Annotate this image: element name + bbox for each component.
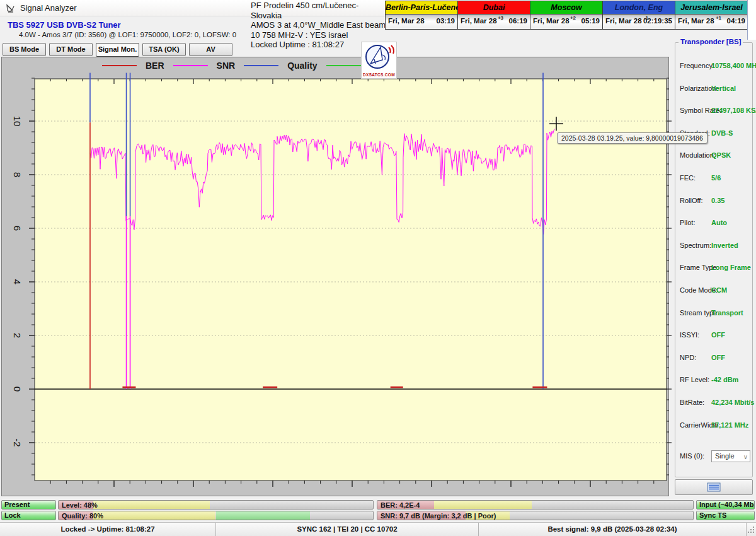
clock-utc-offset: +1 bbox=[716, 15, 721, 21]
tab-signal-mon-[interactable]: Signal Mon. bbox=[96, 43, 139, 57]
clock-time: 04:19 bbox=[727, 17, 745, 25]
legend-label: Quality bbox=[287, 61, 317, 71]
clock-city-label: London, Eng bbox=[603, 1, 675, 15]
statusbar-section: Locked -> Uptime: 81:08:27 bbox=[0, 523, 216, 536]
statusbar-section: SYNC 162 | TEI 20 | CC 10702 bbox=[216, 523, 479, 536]
transponder-label: RollOff: bbox=[680, 197, 702, 204]
transponder-value: CCM bbox=[711, 286, 727, 294]
chevron-down-icon: ∨ bbox=[743, 452, 748, 462]
tab-av-stopped-[interactable]: AV (Stopped) bbox=[189, 43, 232, 56]
clock-jerusalem-israel: Jerusalem-IsraelFri, Mar 28+104:19 bbox=[675, 1, 748, 29]
clock-date: Fri, Mar 28 bbox=[678, 17, 714, 25]
transponder-label: FEC: bbox=[680, 174, 696, 182]
clock-time-row: Fri, Mar 28+205:19 bbox=[530, 15, 602, 29]
clock-date: Fri, Mar 28 bbox=[388, 17, 425, 25]
transponder-value: Auto bbox=[711, 219, 727, 226]
clock-moscow: MoscowFri, Mar 28+205:19 bbox=[530, 1, 603, 29]
mis-dropdown[interactable]: Single∨ bbox=[711, 450, 750, 462]
status-box-right: Sync TS bbox=[696, 511, 755, 520]
clock-time-row: Fri, Mar 28+104:19 bbox=[675, 15, 748, 29]
statusbar-section: Best signal: 9,9 dB (2025-03-28 02:34) bbox=[479, 523, 747, 536]
meter-bar: SNR: 9,7 dB (Margin: 3,2 dB | Poor) bbox=[377, 511, 694, 520]
clock-city-label: Jerusalem-Israel bbox=[675, 1, 748, 15]
clock-city-label: Berlin-Paris-Lučenec bbox=[386, 1, 457, 15]
transponder-value: QPSK bbox=[711, 151, 731, 159]
chart-legend: BERSNRQualityLevel bbox=[102, 61, 392, 71]
clock-city-label: Moscow bbox=[530, 1, 602, 15]
bar-segment bbox=[434, 501, 532, 509]
clock-utc-offset: +2 bbox=[570, 15, 576, 21]
header-info-line: 10 758 MHz-V : YES israel bbox=[251, 30, 386, 40]
y-axis-tick-label: -2 bbox=[10, 435, 23, 450]
legend-label: BER bbox=[146, 61, 164, 71]
dxsatcs-logo: DXSATCS.COM bbox=[361, 42, 397, 79]
meter-bar: Level: 48% bbox=[58, 500, 374, 510]
tab-dt-mode[interactable]: DT Mode bbox=[49, 43, 93, 56]
legend-line-swatch bbox=[102, 65, 137, 66]
transponder-value: OFF bbox=[711, 331, 725, 339]
clock-time: 03:19 bbox=[437, 17, 455, 25]
clock-time-row: Fri, Mar 28+306:19 bbox=[458, 15, 530, 29]
clock-city-label: Dubai bbox=[458, 1, 530, 15]
bar-segment bbox=[93, 511, 216, 520]
satellite-dish-icon bbox=[6, 3, 16, 13]
transponder-value: 27497,108 KS/s bbox=[711, 107, 756, 114]
transponder-label: Spectrum: bbox=[680, 242, 711, 249]
transponder-value: 10758,400 MHz bbox=[711, 62, 756, 69]
transponder-label: BitRate: bbox=[680, 399, 704, 406]
window-title: Signal Analyzer bbox=[20, 3, 77, 13]
bar-segment bbox=[216, 511, 311, 520]
transponder-action-button[interactable] bbox=[675, 479, 753, 495]
transponder-label: NPD: bbox=[680, 354, 696, 361]
transponder-value: 0.35 bbox=[711, 197, 724, 204]
meter-bar: Quality: 80% bbox=[58, 511, 374, 520]
tuner-name: TBS 5927 USB DVB-S2 Tuner bbox=[8, 20, 121, 30]
y-axis-tick-label: 2 bbox=[10, 328, 23, 343]
y-axis-tick-label: 4 bbox=[10, 274, 23, 289]
bar-label: SNR: 9,7 dB (Margin: 3,2 dB | Poor) bbox=[381, 512, 496, 520]
mode-tabs: BS ModeDT ModeSignal Mon.TSA (OK)AV (Sto… bbox=[3, 43, 232, 57]
clock-time: 02:19:35 bbox=[643, 17, 672, 25]
clock-time: 05:19 bbox=[581, 17, 600, 25]
tab-tsa-ok-[interactable]: TSA (OK) bbox=[142, 43, 186, 56]
bar-label: Level: 48% bbox=[62, 501, 98, 509]
legend-line-swatch bbox=[173, 65, 208, 66]
status-bar: Locked -> Uptime: 81:08:27SYNC 162 | TEI… bbox=[0, 522, 756, 536]
status-box-present: Present bbox=[1, 500, 56, 510]
bar-label: BER: 4,2E-4 bbox=[381, 501, 420, 509]
y-axis-tick-label: 8 bbox=[10, 167, 23, 182]
status-box-lock: Lock bbox=[1, 511, 56, 520]
tab-bs-mode[interactable]: BS Mode bbox=[3, 43, 46, 56]
y-axis-tick-label: 6 bbox=[10, 221, 23, 236]
clock-berlin-paris-lu-enec: Berlin-Paris-LučenecFri, Mar 2803:19 bbox=[386, 1, 458, 29]
clock-date: Fri, Mar 28 bbox=[533, 17, 570, 25]
transponder-label: MIS (0): bbox=[680, 452, 704, 460]
bar-label: Quality: 80% bbox=[62, 512, 103, 520]
legend-line-swatch bbox=[326, 65, 361, 66]
dxsatcs-logo-text: DXSATCS.COM bbox=[362, 73, 396, 77]
y-axis-tick-label: 0 bbox=[10, 382, 23, 397]
transponder-value: Inverted bbox=[711, 242, 738, 249]
header-info-line: PF Prodelin 450 cm/Lučenec-Slovakia bbox=[251, 1, 386, 20]
legend-label: SNR bbox=[217, 61, 236, 71]
clock-date: Fri, Mar 28 bbox=[461, 17, 497, 25]
status-box-right: Input (~40,34 Mbps) bbox=[696, 500, 755, 510]
transponder-value: -42 dBm bbox=[711, 376, 738, 383]
chart-tooltip: 2025-03-28 03.19.25, value: 9,8000001907… bbox=[557, 132, 707, 144]
world-clocks: Berlin-Paris-LučenecFri, Mar 2803:19Duba… bbox=[385, 1, 748, 30]
transponder-panel: Transponder [BS] Frequency:10758,400 MHz… bbox=[675, 42, 753, 477]
transponder-label: ISSYI: bbox=[680, 331, 699, 339]
transponder-label: Frequency: bbox=[680, 62, 714, 69]
transponder-value: 5/6 bbox=[711, 174, 721, 182]
transponder-label: RF Level: bbox=[680, 376, 709, 383]
transponder-label: Pilot: bbox=[680, 219, 695, 226]
resize-grip[interactable] bbox=[747, 525, 755, 534]
clock-london-eng: London, EngFri, Mar 28-102:19:35 bbox=[603, 1, 675, 29]
clock-utc-offset: +3 bbox=[498, 15, 503, 21]
overlapping-window-edge bbox=[747, 0, 756, 40]
transponder-value: Transport bbox=[711, 309, 743, 317]
transponder-label: Modulation: bbox=[680, 151, 716, 159]
transponder-value: OFF bbox=[711, 354, 725, 361]
clock-dubai: DubaiFri, Mar 28+306:19 bbox=[458, 1, 530, 29]
transponder-value: Vertical bbox=[711, 84, 736, 92]
